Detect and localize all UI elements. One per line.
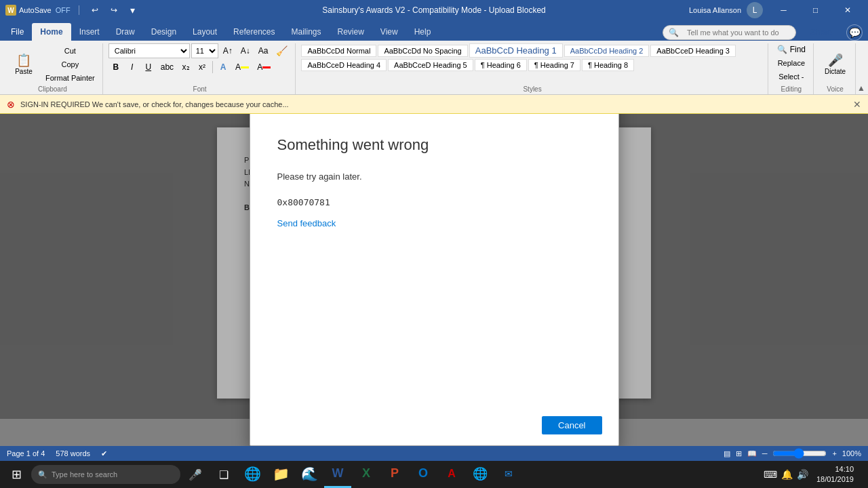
cancel-button[interactable]: Cancel [542, 416, 601, 434]
search-box[interactable]: 🔍 Type here to search [31, 465, 180, 484]
highlight-icon: A [235, 62, 241, 72]
outlook-button[interactable]: O [410, 461, 437, 488]
dictate-button[interactable]: 🎤 Dictate [821, 46, 849, 83]
avatar[interactable]: L [747, 2, 763, 18]
share-button[interactable]: Share [802, 24, 841, 41]
font-size-select[interactable]: 11 [191, 43, 218, 58]
style-normal[interactable]: AaBbCcDd Normal [301, 45, 376, 57]
redo-button[interactable]: ↪ [106, 3, 121, 18]
chrome-button[interactable]: 🌐 [467, 461, 494, 488]
tab-mailings[interactable]: Mailings [283, 23, 329, 41]
strikethrough-button[interactable]: abc [157, 60, 177, 75]
style-heading1[interactable]: AaBbCcD Heading 1 [469, 43, 563, 58]
tab-draw[interactable]: Draw [108, 23, 143, 41]
tell-me-input[interactable] [682, 24, 790, 41]
cortana-button[interactable]: 🎤 [182, 461, 209, 488]
style-heading3[interactable]: AaBbCceD Heading 3 [650, 45, 736, 57]
edge2-button[interactable]: 🌊 [296, 461, 323, 488]
title-bar-title: Sainsbury's Awards V2 - Compatibility Mo… [322, 5, 546, 15]
notification-icon[interactable]: 🔔 [781, 469, 793, 480]
editing-label: Editing [781, 85, 802, 94]
increase-font-button[interactable]: A↑ [220, 43, 236, 58]
taskbar-right: ⌨ 🔔 🔊 14:10 18/01/2019 [758, 464, 865, 485]
view-normal-button[interactable]: ▤ [724, 449, 730, 458]
zoom-slider[interactable] [772, 448, 827, 459]
text-highlight-button[interactable]: A [232, 60, 252, 75]
ribbon-group-font: Calibri 11 A↑ A↓ Aa 🧹 B I U abc x₂ x [104, 43, 296, 94]
tab-layout[interactable]: Layout [184, 23, 225, 41]
format-painter-button[interactable]: Format Painter [42, 72, 98, 84]
tab-references[interactable]: References [225, 23, 283, 41]
tab-home[interactable]: Home [32, 23, 71, 41]
view-read-button[interactable]: 📖 [747, 449, 757, 458]
word-count: 578 words [56, 449, 90, 458]
underline-button[interactable]: U [141, 60, 156, 75]
signin-close-button[interactable]: ✕ [853, 99, 861, 110]
username: Louisa Allanson [689, 6, 741, 14]
find-button[interactable]: 🔍 Find [774, 43, 809, 56]
tab-file[interactable]: File [3, 23, 32, 41]
keyboard-icon[interactable]: ⌨ [764, 469, 777, 480]
modal-overlay: ✕ Something went wrong Please try again … [0, 114, 868, 419]
close-button[interactable]: ✕ [832, 0, 863, 20]
cut-button[interactable]: Cut [42, 45, 98, 57]
ribbon-group-styles: AaBbCcDd Normal AaBbCcDd No Spacing AaBb… [297, 43, 768, 94]
file-explorer-button[interactable]: 📁 [267, 461, 294, 488]
style-heading8[interactable]: ¶ Heading 8 [582, 59, 634, 71]
page-count: Page 1 of 4 [7, 449, 45, 458]
font-name-select[interactable]: Calibri [108, 43, 190, 58]
ribbon-tabs: File Home Insert Draw Design Layout Refe… [0, 20, 868, 41]
send-feedback-link[interactable]: Send feedback [277, 218, 591, 228]
style-heading4[interactable]: AaBbCceD Heading 4 [301, 59, 387, 71]
start-button[interactable]: ⊞ [3, 461, 30, 488]
tab-insert[interactable]: Insert [71, 23, 108, 41]
style-no-spacing[interactable]: AaBbCcDd No Spacing [378, 45, 467, 57]
superscript-button[interactable]: x² [195, 60, 210, 75]
comments-button[interactable]: 💬 [846, 24, 863, 41]
style-heading2[interactable]: AaBbCcDd Heading 2 [564, 45, 650, 57]
view-web-button[interactable]: ⊞ [736, 449, 742, 458]
text-effects-button[interactable]: A [216, 60, 231, 75]
tab-view[interactable]: View [372, 23, 406, 41]
font-color-indicator [262, 66, 271, 68]
zoom-out-icon[interactable]: ─ [762, 449, 768, 458]
decrease-font-button[interactable]: A↓ [237, 43, 254, 58]
style-heading6[interactable]: ¶ Heading 6 [475, 59, 527, 71]
task-view-button[interactable]: ❑ [210, 461, 237, 488]
ribbon-content: 📋 Paste Cut Copy Format Painter Clipboar… [0, 41, 868, 95]
word-button[interactable]: W [324, 461, 351, 488]
font-color-button[interactable]: A [254, 60, 274, 75]
minimize-button[interactable]: ─ [768, 0, 799, 20]
tab-design[interactable]: Design [143, 23, 184, 41]
copy-button[interactable]: Copy [42, 58, 98, 70]
ribbon-collapse-button[interactable]: ▲ [857, 43, 865, 94]
paste-icon: 📋 [16, 54, 31, 66]
edge-button[interactable]: 🌐 [239, 461, 266, 488]
style-heading7[interactable]: ¶ Heading 7 [528, 59, 580, 71]
clear-format-button[interactable]: 🧹 [273, 43, 291, 58]
modal-error-code: 0x80070781 [277, 197, 591, 207]
volume-icon[interactable]: 🔊 [797, 469, 808, 480]
bold-button[interactable]: B [108, 60, 123, 75]
powerpoint-button[interactable]: P [381, 461, 408, 488]
style-heading5[interactable]: AaBbCceD Heading 5 [388, 59, 473, 71]
tell-me-container[interactable]: 🔍 [663, 25, 796, 40]
replace-button[interactable]: Replace [774, 57, 808, 69]
select-button[interactable]: Select - [775, 70, 807, 83]
maximize-button[interactable]: □ [800, 0, 831, 20]
ribbon-group-voice: 🎤 Dictate Voice [815, 43, 856, 94]
paste-button[interactable]: 📋 Paste [7, 46, 41, 83]
excel-button[interactable]: X [353, 461, 380, 488]
change-case-button[interactable]: Aa [255, 43, 272, 58]
ribbon-group-editing: 🔍 Find Replace Select - Editing [770, 43, 814, 94]
subscript-button[interactable]: x₂ [178, 60, 193, 75]
tab-review[interactable]: Review [330, 23, 372, 41]
tab-help[interactable]: Help [406, 23, 439, 41]
italic-button[interactable]: I [125, 60, 140, 75]
customize-qat-button[interactable]: ▾ [125, 3, 140, 18]
undo-button[interactable]: ↩ [87, 3, 102, 18]
zoom-in-icon[interactable]: + [832, 449, 836, 458]
modal-title: Something went wrong [277, 136, 591, 154]
acrobat-button[interactable]: A [438, 461, 465, 488]
mail-button[interactable]: ✉ [495, 461, 522, 488]
